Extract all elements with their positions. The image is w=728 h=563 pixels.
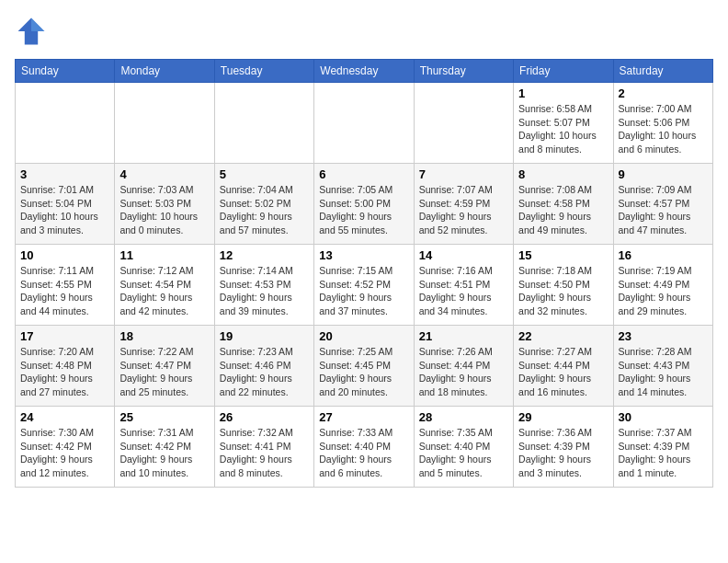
weekday-header: Sunday [16,60,115,83]
day-info: Sunrise: 7:12 AM Sunset: 4:54 PM Dayligh… [119,264,209,318]
weekday-header: Thursday [414,60,513,83]
day-info: Sunrise: 7:33 AM Sunset: 4:40 PM Dayligh… [319,426,408,480]
calendar-cell: 19Sunrise: 7:23 AM Sunset: 4:46 PM Dayli… [214,326,313,407]
calendar-cell [314,83,414,164]
day-info: Sunrise: 7:22 AM Sunset: 4:47 PM Dayligh… [119,345,209,399]
day-number: 18 [119,329,209,343]
day-number: 7 [419,167,508,181]
weekday-header: Wednesday [314,60,414,83]
calendar-cell [414,83,513,164]
day-info: Sunrise: 7:05 AM Sunset: 5:00 PM Dayligh… [319,183,408,237]
day-number: 17 [20,329,109,343]
day-number: 24 [20,410,109,424]
calendar-cell: 29Sunrise: 7:36 AM Sunset: 4:39 PM Dayli… [514,407,613,488]
day-number: 23 [619,329,708,343]
day-info: Sunrise: 7:18 AM Sunset: 4:50 PM Dayligh… [518,264,608,318]
calendar-cell: 28Sunrise: 7:35 AM Sunset: 4:40 PM Dayli… [414,407,513,488]
calendar-week-row: 17Sunrise: 7:20 AM Sunset: 4:48 PM Dayli… [16,326,713,407]
day-info: Sunrise: 7:11 AM Sunset: 4:55 PM Dayligh… [20,264,109,318]
day-number: 6 [319,167,408,181]
weekday-header: Saturday [613,60,712,83]
day-number: 19 [220,329,309,343]
calendar-cell: 13Sunrise: 7:15 AM Sunset: 4:52 PM Dayli… [314,245,414,326]
calendar-cell: 23Sunrise: 7:28 AM Sunset: 4:43 PM Dayli… [613,326,712,407]
day-number: 26 [220,410,309,424]
calendar-cell [16,83,115,164]
calendar-cell: 12Sunrise: 7:14 AM Sunset: 4:53 PM Dayli… [214,245,313,326]
calendar-cell: 16Sunrise: 7:19 AM Sunset: 4:49 PM Dayli… [613,245,712,326]
day-info: Sunrise: 7:04 AM Sunset: 5:02 PM Dayligh… [220,183,309,237]
header [15,15,713,48]
day-number: 11 [119,248,209,262]
calendar-cell: 27Sunrise: 7:33 AM Sunset: 4:40 PM Dayli… [314,407,414,488]
calendar-cell: 26Sunrise: 7:32 AM Sunset: 4:41 PM Dayli… [214,407,313,488]
day-number: 10 [20,248,109,262]
day-number: 27 [319,410,408,424]
calendar-cell: 2Sunrise: 7:00 AM Sunset: 5:06 PM Daylig… [613,83,712,164]
day-info: Sunrise: 7:32 AM Sunset: 4:41 PM Dayligh… [220,426,309,480]
calendar: SundayMondayTuesdayWednesdayThursdayFrid… [15,59,713,488]
calendar-cell [115,83,214,164]
day-number: 4 [119,167,209,181]
svg-marker-1 [31,18,44,31]
day-number: 14 [419,248,508,262]
day-info: Sunrise: 7:03 AM Sunset: 5:03 PM Dayligh… [119,183,209,237]
calendar-cell: 5Sunrise: 7:04 AM Sunset: 5:02 PM Daylig… [214,164,313,245]
day-info: Sunrise: 7:09 AM Sunset: 4:57 PM Dayligh… [619,183,708,237]
calendar-cell: 11Sunrise: 7:12 AM Sunset: 4:54 PM Dayli… [115,245,214,326]
day-number: 20 [319,329,408,343]
day-info: Sunrise: 7:08 AM Sunset: 4:58 PM Dayligh… [518,183,608,237]
day-number: 22 [518,329,608,343]
day-info: Sunrise: 7:14 AM Sunset: 4:53 PM Dayligh… [220,264,309,318]
calendar-cell [214,83,313,164]
day-number: 1 [518,86,608,100]
day-number: 9 [619,167,708,181]
day-number: 21 [419,329,508,343]
day-number: 12 [220,248,309,262]
day-number: 29 [518,410,608,424]
day-info: Sunrise: 7:20 AM Sunset: 4:48 PM Dayligh… [20,345,109,399]
day-info: Sunrise: 7:31 AM Sunset: 4:42 PM Dayligh… [119,426,209,480]
calendar-week-row: 10Sunrise: 7:11 AM Sunset: 4:55 PM Dayli… [16,245,713,326]
day-info: Sunrise: 7:00 AM Sunset: 5:06 PM Dayligh… [619,102,708,156]
calendar-cell: 21Sunrise: 7:26 AM Sunset: 4:44 PM Dayli… [414,326,513,407]
calendar-cell: 15Sunrise: 7:18 AM Sunset: 4:50 PM Dayli… [514,245,613,326]
weekday-header: Tuesday [214,60,313,83]
calendar-week-row: 1Sunrise: 6:58 AM Sunset: 5:07 PM Daylig… [16,83,713,164]
calendar-cell: 24Sunrise: 7:30 AM Sunset: 4:42 PM Dayli… [16,407,115,488]
calendar-cell: 7Sunrise: 7:07 AM Sunset: 4:59 PM Daylig… [414,164,513,245]
day-info: Sunrise: 7:01 AM Sunset: 5:04 PM Dayligh… [20,183,109,237]
day-info: Sunrise: 7:23 AM Sunset: 4:46 PM Dayligh… [220,345,309,399]
day-number: 30 [619,410,708,424]
day-number: 15 [518,248,608,262]
calendar-cell: 4Sunrise: 7:03 AM Sunset: 5:03 PM Daylig… [115,164,214,245]
logo [15,15,51,48]
day-info: Sunrise: 7:26 AM Sunset: 4:44 PM Dayligh… [419,345,508,399]
calendar-cell: 22Sunrise: 7:27 AM Sunset: 4:44 PM Dayli… [514,326,613,407]
calendar-cell: 10Sunrise: 7:11 AM Sunset: 4:55 PM Dayli… [16,245,115,326]
day-number: 8 [518,167,608,181]
calendar-cell: 6Sunrise: 7:05 AM Sunset: 5:00 PM Daylig… [314,164,414,245]
calendar-cell: 30Sunrise: 7:37 AM Sunset: 4:39 PM Dayli… [613,407,712,488]
day-info: Sunrise: 7:19 AM Sunset: 4:49 PM Dayligh… [619,264,708,318]
day-info: Sunrise: 7:28 AM Sunset: 4:43 PM Dayligh… [619,345,708,399]
day-info: Sunrise: 7:07 AM Sunset: 4:59 PM Dayligh… [419,183,508,237]
weekday-header: Friday [514,60,613,83]
day-info: Sunrise: 7:37 AM Sunset: 4:39 PM Dayligh… [619,426,708,480]
calendar-week-row: 24Sunrise: 7:30 AM Sunset: 4:42 PM Dayli… [16,407,713,488]
day-info: Sunrise: 6:58 AM Sunset: 5:07 PM Dayligh… [518,102,608,156]
day-number: 25 [119,410,209,424]
day-number: 5 [220,167,309,181]
day-number: 2 [619,86,708,100]
weekday-header-row: SundayMondayTuesdayWednesdayThursdayFrid… [16,60,713,83]
calendar-cell: 8Sunrise: 7:08 AM Sunset: 4:58 PM Daylig… [514,164,613,245]
day-info: Sunrise: 7:15 AM Sunset: 4:52 PM Dayligh… [319,264,408,318]
logo-icon [15,15,48,48]
calendar-cell: 3Sunrise: 7:01 AM Sunset: 5:04 PM Daylig… [16,164,115,245]
calendar-week-row: 3Sunrise: 7:01 AM Sunset: 5:04 PM Daylig… [16,164,713,245]
day-info: Sunrise: 7:16 AM Sunset: 4:51 PM Dayligh… [419,264,508,318]
calendar-cell: 9Sunrise: 7:09 AM Sunset: 4:57 PM Daylig… [613,164,712,245]
day-number: 3 [20,167,109,181]
day-info: Sunrise: 7:35 AM Sunset: 4:40 PM Dayligh… [419,426,508,480]
day-number: 13 [319,248,408,262]
